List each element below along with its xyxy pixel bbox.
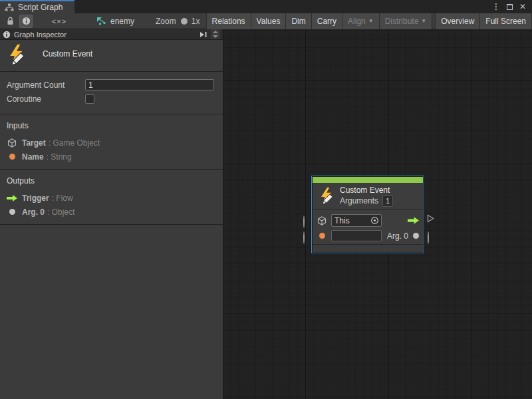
scroll-down-icon[interactable] [213, 35, 218, 38]
chevron-down-icon: ▼ [421, 18, 426, 24]
node-footer [313, 244, 423, 252]
lock-button[interactable] [3, 15, 17, 28]
orange-dot-icon [317, 233, 327, 239]
unit-title: Custom Event [43, 44, 92, 59]
info-icon [22, 17, 31, 25]
tab-label: Script Graph [18, 3, 63, 12]
graph-toolbar: <×> enemy Zoom 1x Relations Values Dim C… [0, 13, 532, 29]
distribute-dropdown-button[interactable]: Distribute ▼ [379, 13, 433, 29]
info-icon [3, 31, 11, 39]
close-icon[interactable]: ✕ [517, 1, 528, 12]
coroutine-label: Coroutine [0, 94, 85, 104]
dim-button[interactable]: Dim [285, 13, 311, 29]
unit-header: Custom Event [0, 40, 223, 72]
unit-settings: Argument Count Coroutine [0, 72, 223, 114]
input-row-name: Name : String [0, 150, 223, 164]
carry-button[interactable]: Carry [311, 13, 342, 29]
overview-button[interactable]: Overview [435, 13, 479, 29]
port-trigger-output[interactable] [427, 214, 434, 223]
target-value: This [332, 216, 370, 225]
node-target-row: This [312, 213, 424, 228]
node-title: Custom Event [340, 186, 393, 196]
zoom-slider[interactable] [182, 21, 184, 22]
outputs-section: Outputs Trigger : Flow Arg. 0 : Object [0, 170, 223, 225]
window-menu-icon[interactable]: ⋮ [491, 1, 501, 12]
unity-visual-scripting-window: Script Graph ⋮ ✕ <×> [0, 0, 532, 399]
tab-script-graph[interactable]: Script Graph [0, 0, 74, 13]
custom-event-icon [317, 187, 336, 205]
zoom-slider-handle[interactable] [181, 18, 188, 25]
cube-icon [7, 138, 17, 148]
output-row-trigger: Trigger : Flow [0, 191, 223, 205]
argument-count-row: Argument Count [0, 79, 223, 90]
code-icon: <×> [52, 17, 66, 25]
port-arg0-output[interactable] [428, 232, 429, 244]
lock-icon [7, 17, 14, 25]
node-arg0-label: Arg. 0 [387, 231, 408, 241]
maximize-icon[interactable] [504, 1, 515, 12]
flow-arrow-icon [408, 217, 419, 224]
zoom-value: 1x [192, 17, 200, 26]
gray-dot-icon [7, 209, 17, 215]
node-name-row: Arg. 0 [312, 228, 424, 243]
chevron-down-icon: ▼ [368, 18, 374, 24]
graph-canvas[interactable]: Custom Event Arguments 1 This [223, 29, 532, 399]
node-event-colorbar [313, 177, 423, 183]
graph-inspector-panel: Graph Inspector Custom Event Argument Co… [0, 29, 223, 399]
port-target-input[interactable] [303, 216, 305, 228]
inspector-toggle-button[interactable] [19, 15, 33, 28]
graph-asset-icon [96, 17, 106, 25]
scroll-up-icon[interactable] [213, 31, 218, 33]
port-name-input[interactable] [303, 232, 305, 244]
node-header[interactable]: Custom Event Arguments 1 [312, 183, 424, 209]
relations-button[interactable]: Relations [206, 13, 251, 29]
flow-port-triangle-icon [427, 214, 434, 223]
title-bar: Script Graph ⋮ ✕ [0, 0, 532, 13]
cube-icon [317, 216, 327, 225]
custom-event-node[interactable]: Custom Event Arguments 1 This [311, 176, 424, 253]
graph-asset-breadcrumb[interactable]: enemy [96, 17, 134, 26]
target-object-dropdown[interactable]: This [331, 214, 382, 227]
outputs-heading: Outputs [0, 175, 223, 191]
dock-panel-icon[interactable] [200, 31, 207, 38]
script-graph-icon [5, 3, 14, 11]
align-dropdown-button[interactable]: Align ▼ [342, 13, 379, 29]
object-picker-icon[interactable] [370, 216, 379, 225]
full-screen-button[interactable]: Full Screen [479, 13, 532, 29]
coroutine-row: Coroutine [0, 93, 223, 104]
argument-count-input[interactable] [85, 79, 214, 90]
argument-count-label: Argument Count [0, 80, 85, 90]
code-preview-button[interactable]: <×> [53, 15, 66, 28]
event-name-input[interactable] [331, 230, 382, 241]
inputs-section: Inputs Target : Game Object Name : Strin… [0, 114, 223, 170]
window-controls: ⋮ ✕ [491, 0, 532, 13]
output-row-arg0: Arg. 0 : Object [0, 205, 223, 219]
coroutine-checkbox[interactable] [85, 94, 94, 104]
inputs-heading: Inputs [0, 120, 223, 136]
zoom-label: Zoom [156, 17, 176, 26]
gray-dot-icon [413, 233, 419, 239]
graph-asset-name: enemy [110, 17, 134, 26]
orange-dot-icon [7, 154, 17, 160]
custom-event-icon [5, 44, 28, 66]
node-arguments-value[interactable]: 1 [382, 196, 393, 207]
flow-arrow-icon [7, 195, 17, 201]
input-row-target: Target : Game Object [0, 136, 223, 150]
node-body: This Arg. 0 [312, 210, 424, 246]
node-arguments-label: Arguments [340, 196, 378, 206]
panel-scroll-spinner[interactable] [211, 29, 220, 39]
graph-inspector-header: Graph Inspector [0, 29, 223, 40]
graph-inspector-title: Graph Inspector [14, 31, 196, 39]
values-button[interactable]: Values [251, 13, 286, 29]
